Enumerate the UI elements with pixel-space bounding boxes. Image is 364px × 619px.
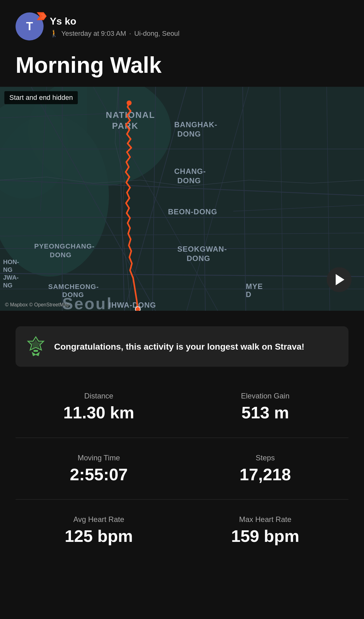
- svg-marker-54: [32, 352, 40, 356]
- svg-text:SEOKGWAN-: SEOKGWAN-: [177, 245, 227, 253]
- activity-title-section: Morning Walk: [0, 47, 364, 87]
- stat-steps-value: 17,218: [240, 465, 291, 484]
- dot-separator: ·: [129, 30, 131, 38]
- stat-elevation-label: Elevation Gain: [241, 392, 289, 400]
- svg-text:PARK: PARK: [112, 121, 138, 131]
- stat-moving-time-value: 2:55:07: [70, 465, 128, 484]
- stat-elevation-value: 513 m: [241, 403, 289, 422]
- congrats-message: Congratulations, this activity is your l…: [54, 341, 304, 353]
- stats-grid: Distance 11.30 km Elevation Gain 513 m: [0, 376, 364, 437]
- svg-text:IHWA-DONG: IHWA-DONG: [109, 301, 156, 309]
- trophy-icon: [25, 336, 47, 357]
- stats-grid-2: Moving Time 2:55:07 Steps 17,218: [0, 438, 364, 499]
- stat-moving-time-label: Moving Time: [77, 454, 120, 462]
- stat-distance: Distance 11.30 km: [16, 382, 182, 431]
- svg-text:PYEONGCHANG-: PYEONGCHANG-: [34, 242, 95, 250]
- map-container: NATIONAL PARK BANGHAK- DONG CHANG- DONG …: [0, 87, 364, 311]
- stats-grid-3: Avg Heart Rate 125 bpm Max Heart Rate 15…: [0, 500, 364, 561]
- play-triangle-icon: [336, 274, 344, 285]
- activity-meta: 🚶 Yesterday at 9:03 AM · Ui-dong, Seoul: [50, 30, 180, 38]
- user-info: Ys ko 🚶 Yesterday at 9:03 AM · Ui-dong, …: [50, 16, 180, 38]
- svg-text:SAMCHEONG-: SAMCHEONG-: [48, 283, 99, 291]
- user-name: Ys ko: [50, 16, 180, 27]
- svg-text:NG: NG: [3, 282, 12, 289]
- svg-text:DONG: DONG: [177, 130, 201, 138]
- stat-avg-hr: Avg Heart Rate 125 bpm: [16, 506, 182, 555]
- stat-steps-label: Steps: [256, 454, 275, 462]
- activity-title: Morning Walk: [16, 53, 348, 77]
- stat-avg-hr-value: 125 bpm: [65, 527, 133, 545]
- stat-max-hr: Max Heart Rate 159 bpm: [182, 506, 348, 555]
- stat-distance-value: 11.30 km: [63, 403, 134, 422]
- strava-badge-icon: [37, 11, 47, 21]
- activity-location: Ui-dong, Seoul: [134, 30, 180, 38]
- svg-text:CHANG-: CHANG-: [174, 167, 206, 175]
- map-attribution: © Mapbox © OpenStreetMap: [5, 302, 69, 308]
- svg-text:JWA-: JWA-: [3, 274, 19, 281]
- svg-text:BEON-DONG: BEON-DONG: [168, 207, 217, 216]
- play-button[interactable]: [327, 267, 352, 292]
- stat-max-hr-label: Max Heart Rate: [239, 515, 291, 524]
- stat-steps: Steps 17,218: [182, 444, 348, 493]
- svg-text:HON-: HON-: [3, 258, 19, 265]
- stat-moving-time: Moving Time 2:55:07: [16, 444, 182, 493]
- svg-text:NG: NG: [3, 266, 12, 273]
- svg-text:DONG: DONG: [50, 251, 72, 259]
- stat-elevation: Elevation Gain 513 m: [182, 382, 348, 431]
- avatar-container: T: [16, 12, 44, 40]
- svg-point-49: [127, 100, 132, 105]
- map-hidden-label: Start and end hidden: [4, 91, 78, 104]
- walk-icon: 🚶: [50, 30, 58, 38]
- stat-avg-hr-label: Avg Heart Rate: [73, 515, 124, 524]
- svg-text:BANGHAK-: BANGHAK-: [174, 120, 217, 129]
- svg-rect-53: [34, 350, 38, 352]
- svg-text:D: D: [246, 290, 251, 299]
- svg-point-50: [135, 307, 140, 311]
- svg-text:Seoul: Seoul: [62, 295, 113, 311]
- congrats-banner: Congratulations, this activity is your l…: [16, 326, 348, 367]
- svg-text:DONG: DONG: [187, 254, 210, 263]
- header: T Ys ko 🚶 Yesterday at 9:03 AM · Ui-dong…: [0, 0, 364, 47]
- stat-distance-label: Distance: [84, 392, 113, 400]
- map-svg: NATIONAL PARK BANGHAK- DONG CHANG- DONG …: [0, 87, 364, 311]
- stat-max-hr-value: 159 bpm: [231, 527, 299, 545]
- svg-text:MYE: MYE: [246, 282, 263, 291]
- activity-time: Yesterday at 9:03 AM: [61, 30, 126, 38]
- svg-text:DONG: DONG: [177, 176, 201, 185]
- trophy-svg: [25, 336, 47, 357]
